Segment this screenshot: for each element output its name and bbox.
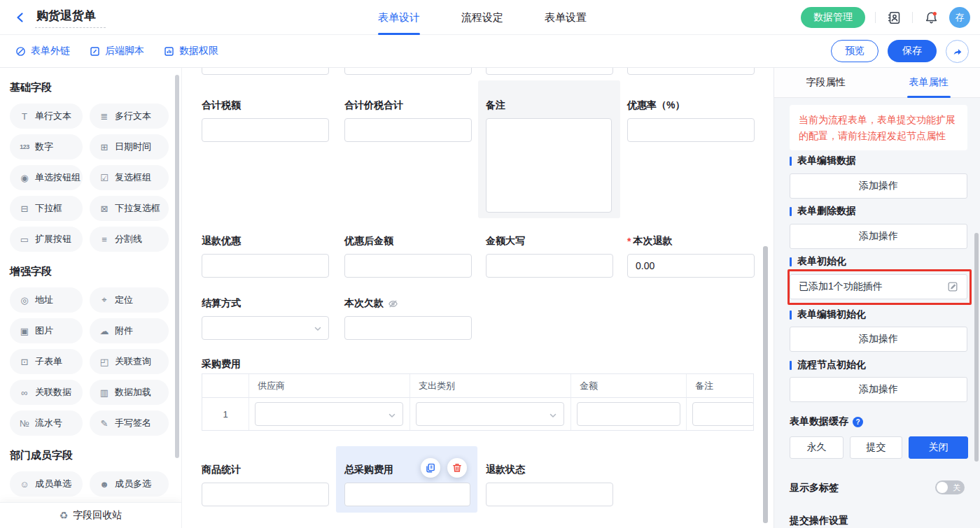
field-total-purchase-cost[interactable]: 总采购费用 [344, 464, 470, 506]
data-permission-action[interactable]: 数据权限 [164, 45, 218, 57]
field-settlement-method[interactable]: 结算方式 [202, 297, 329, 340]
select-icon: ⊟ [19, 204, 30, 214]
field-type-related-query[interactable]: ◰关联查询 [90, 349, 169, 374]
external-link-action[interactable]: 表单外链 [15, 45, 70, 57]
data-manage-button[interactable]: 数据管理 [801, 7, 865, 28]
field-type-multi-select[interactable]: ⊠下拉复选框 [90, 196, 169, 221]
field-recycle-bin[interactable]: ♻ 字段回收站 [0, 502, 181, 528]
save-button[interactable]: 保存 [888, 40, 937, 62]
form-input[interactable] [344, 254, 472, 278]
form-input[interactable] [344, 68, 472, 75]
form-input[interactable] [627, 118, 755, 142]
field-total-tax[interactable]: 合计税额 [202, 99, 329, 142]
related-data-icon: ∞ [19, 387, 30, 398]
help-icon[interactable]: ? [853, 417, 863, 427]
field-current-debt[interactable]: 本次欠款 [344, 297, 472, 340]
field-type-multi-line-text[interactable]: ≣多行文本 [90, 104, 169, 129]
field-type-member-single[interactable]: ☺成员单选 [10, 471, 83, 497]
form-input[interactable] [202, 483, 329, 506]
form-select[interactable] [202, 316, 329, 340]
form-textarea[interactable] [486, 118, 612, 213]
backend-script-action[interactable]: 后端脚本 [90, 45, 144, 57]
field-type-extend-button[interactable]: ▭扩展按钮 [10, 227, 83, 252]
tab-form-setting[interactable]: 表单设置 [545, 0, 587, 35]
field-type-single-line-text[interactable]: T单行文本 [10, 104, 83, 129]
field-product-stats[interactable]: 商品统计 [202, 464, 329, 506]
share-icon[interactable] [946, 40, 969, 63]
multi-line-text-icon: ≣ [99, 111, 110, 122]
sidebar-scrollbar[interactable] [175, 75, 179, 458]
canvas-scrollbar[interactable] [763, 246, 768, 523]
tab-form-properties[interactable]: 表单属性 [877, 68, 980, 97]
cache-option-forever[interactable]: 永久 [790, 436, 844, 459]
field-type-divider-line[interactable]: ≡分割线 [90, 227, 169, 252]
form-input[interactable] [344, 316, 472, 340]
add-action-button[interactable]: 添加操作 [790, 327, 967, 352]
tab-form-design[interactable]: 表单设计 [378, 0, 420, 35]
form-input[interactable] [202, 68, 329, 75]
cache-option-submit[interactable]: 提交 [850, 436, 902, 459]
form-input[interactable] [486, 254, 613, 278]
form-input[interactable] [202, 118, 329, 142]
add-action-button[interactable]: 添加操作 [790, 173, 967, 199]
form-input[interactable] [344, 483, 470, 506]
contacts-icon[interactable] [886, 9, 902, 26]
field-type-member-multi[interactable]: ☻成员多选 [90, 471, 169, 497]
field-amount-in-words[interactable]: 金额大写 [486, 235, 613, 278]
edit-icon[interactable] [947, 281, 958, 292]
expense-type-select[interactable] [416, 402, 564, 426]
field-type-select[interactable]: ⊟下拉框 [10, 196, 83, 221]
field-type-datetime[interactable]: ⊞日期时间 [90, 134, 169, 159]
section-form-delete-data: 表单删除数据 [790, 205, 856, 217]
field-remark[interactable]: 备注 [486, 99, 613, 213]
field-type-checkbox-group[interactable]: ☑复选框组 [90, 165, 169, 190]
add-action-button[interactable]: 添加操作 [790, 224, 967, 249]
add-action-button[interactable]: 添加操作 [790, 377, 967, 402]
field-discount-rate[interactable]: 优惠率（%） [627, 99, 755, 142]
field-type-image[interactable]: ▣图片 [10, 318, 83, 343]
form-input[interactable] [486, 68, 613, 75]
attachment-icon: ☁ [99, 326, 110, 336]
field-type-signature[interactable]: ✎手写签名 [90, 411, 169, 436]
remark-input[interactable] [692, 402, 754, 426]
field-total-with-tax[interactable]: 合计价税合计 [344, 99, 472, 142]
cache-option-close[interactable]: 关闭 [909, 436, 968, 459]
field-type-label: 定位 [115, 294, 133, 306]
plugin-added-label: 已添加1个功能插件 [799, 280, 883, 293]
field-type-address[interactable]: ◎地址 [10, 287, 83, 313]
field-type-serial-number[interactable]: №流水号 [10, 411, 83, 436]
panel-scrollbar[interactable] [974, 233, 979, 462]
field-refund-status[interactable]: 退款状态 [486, 464, 613, 506]
supplier-select[interactable] [255, 402, 403, 426]
field-current-refund[interactable]: *本次退款 0.00 [627, 235, 755, 278]
form-input[interactable] [202, 254, 329, 278]
form-input[interactable]: 0.00 [627, 254, 755, 278]
tab-field-properties[interactable]: 字段属性 [774, 68, 877, 97]
field-type-number[interactable]: 123数字 [10, 134, 83, 159]
page-title[interactable]: 购货退货单 [35, 8, 106, 28]
preview-button[interactable]: 预览 [831, 40, 878, 62]
back-icon[interactable] [13, 10, 28, 25]
amount-input[interactable] [577, 402, 680, 426]
field-refund-discount[interactable]: 退款优惠 [202, 235, 329, 278]
plugin-added-button[interactable]: 已添加1个功能插件 [790, 274, 967, 299]
form-input[interactable] [486, 483, 613, 506]
field-type-data-load[interactable]: ▥数据加载 [90, 380, 169, 405]
serial-number-icon: № [19, 418, 30, 429]
tab-flow-setting[interactable]: 流程设定 [461, 0, 503, 35]
user-avatar[interactable]: 存 [949, 7, 970, 28]
form-input[interactable] [627, 68, 755, 75]
field-type-subform[interactable]: ⊡子表单 [10, 349, 83, 374]
field-amount-after-discount[interactable]: 优惠后金额 [344, 235, 472, 278]
field-type-label: 手写签名 [115, 417, 151, 429]
section-form-edit-data: 表单编辑数据 [790, 155, 856, 167]
field-type-related-data[interactable]: ∞关联数据 [10, 380, 83, 405]
multi-tab-toggle[interactable]: 关 [935, 480, 965, 494]
field-type-radio-group[interactable]: ◉单选按钮组 [10, 165, 83, 190]
notification-bell-icon[interactable] [923, 9, 939, 26]
form-input[interactable] [344, 118, 472, 142]
field-type-label: 下拉框 [35, 202, 62, 215]
field-type-attachment[interactable]: ☁附件 [90, 318, 169, 343]
field-type-location[interactable]: ⌖定位 [90, 287, 169, 313]
cache-options: 永久 提交 关闭 [790, 436, 968, 459]
